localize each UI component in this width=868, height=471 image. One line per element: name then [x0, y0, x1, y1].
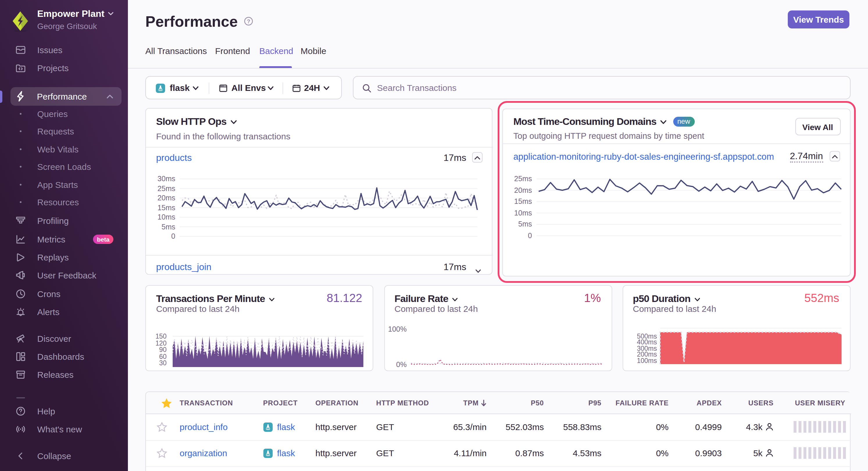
svg-text:?: ? — [247, 18, 250, 24]
